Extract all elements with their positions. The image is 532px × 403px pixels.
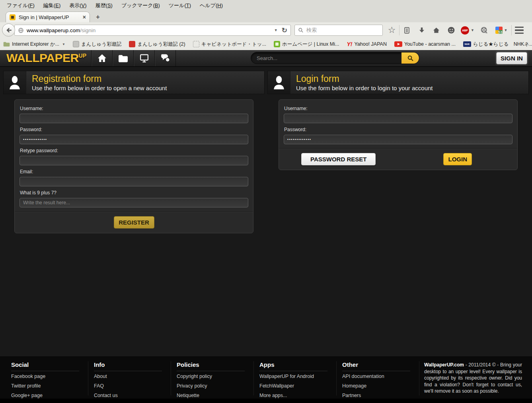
chat-smiley-button[interactable] [444, 22, 458, 38]
tab-title: Sign in | WallpaperUP [19, 14, 80, 20]
abp-dropdown-icon[interactable]: ▼ [471, 28, 474, 32]
bookmarks-menu-button[interactable] [399, 22, 414, 38]
bookmark-youtube[interactable]: YouTube - acarsman ... [394, 41, 456, 47]
s3-dropdown-icon[interactable]: ▼ [504, 28, 508, 32]
tab-signin[interactable]: Sign in | WallpaperUP × [6, 12, 90, 22]
nhk-icon: NHK [463, 41, 471, 47]
hamburger-icon [515, 27, 524, 34]
login-button[interactable]: LOGIN [443, 153, 472, 165]
nav-chat-button[interactable] [155, 50, 176, 66]
search-icon [407, 55, 414, 62]
footer-link[interactable]: FetchWallpaper [259, 382, 336, 390]
site-icon [129, 41, 135, 47]
footer-link[interactable]: WallpaperUP for Android [259, 372, 336, 381]
youtube-icon [394, 41, 402, 47]
clipboard-icon [403, 27, 411, 34]
site-search-bar[interactable]: Search... [251, 52, 419, 64]
menu-tools[interactable]: ツール(T) [164, 0, 195, 11]
reg-captcha-label: What is 9 plus 7? [20, 190, 248, 196]
bookmark-manshuu-2[interactable]: まんしゅう彩遊記 (2) [129, 41, 185, 48]
s3-translator-button[interactable]: S3 ▼ [491, 22, 511, 38]
bottom-band [0, 399, 532, 403]
s3-icon: S3 [495, 27, 503, 34]
login-icon-box [268, 71, 290, 94]
nav-categories-button[interactable] [113, 50, 134, 66]
menu-bookmarks[interactable]: ブックマーク(B) [117, 0, 164, 11]
footer-column-apps: Apps WallpaperUP for Android FetchWallpa… [254, 361, 337, 395]
registration-form: Username: Password: Retype password: Ema… [14, 99, 253, 233]
login-username-input[interactable] [284, 114, 513, 123]
wallpaperup-favicon-icon [10, 14, 16, 20]
downloads-button[interactable] [414, 22, 429, 38]
footer-link[interactable]: API documentation [342, 372, 419, 381]
adblock-plus-button[interactable]: ABP ▼ [458, 22, 477, 38]
site-icon [193, 41, 199, 47]
search-icon [298, 27, 304, 33]
registration-icon-box [4, 71, 26, 94]
login-title: Login form [296, 74, 433, 84]
reload-icon[interactable]: ↻ [282, 27, 287, 34]
site-icon [274, 41, 280, 47]
tab-close-icon[interactable]: × [83, 14, 86, 20]
url-host: www.wallpaperup.com [27, 27, 80, 33]
smiley-icon [447, 26, 455, 34]
login-password-label: Password: [284, 127, 513, 132]
menu-file[interactable]: ファイル(F) [2, 0, 39, 11]
bookmark-homepage-linux-mint[interactable]: ホームページ | Linux Mi... [274, 41, 339, 48]
footer-link[interactable]: About [94, 372, 171, 381]
bookmark-folder-internet-explorer[interactable]: Internet Explorer か... ▼ [3, 41, 65, 48]
reg-retype-password-label: Retype password: [20, 148, 248, 153]
footer-link[interactable]: Facebook page [11, 372, 88, 381]
header-signin-button[interactable]: SIGN IN [496, 52, 527, 64]
bookmark-star-button[interactable]: ☆ [384, 22, 399, 38]
bookmark-nhk-rajiru[interactable]: NHK らじる★らじる NHKネ... [463, 41, 532, 48]
password-reset-button[interactable]: PASSWORD RESET [301, 153, 376, 165]
home-button[interactable] [429, 22, 444, 38]
footer-link[interactable]: Homepage [342, 382, 419, 390]
monitor-icon [139, 53, 149, 63]
bookmark-cabinet-board[interactable]: キャビネットボード・トッ... [193, 41, 266, 48]
tab-bar: Sign in | WallpaperUP × + [0, 11, 532, 22]
footer-link[interactable]: FAQ [94, 382, 171, 390]
login-header: Login form Use the form below in order t… [267, 71, 529, 94]
back-button[interactable] [2, 23, 15, 37]
footer-link[interactable]: Privacy policy [177, 382, 253, 390]
film-reel-icon [480, 26, 488, 34]
menu-view[interactable]: 表示(V) [65, 0, 91, 11]
menu-help[interactable]: ヘルプ(H) [195, 0, 227, 11]
wallpaperup-logo[interactable]: WALLPAPERUP [6, 51, 86, 65]
globe-icon [18, 27, 24, 33]
navigation-toolbar: www.wallpaperup.com /signin ▼ ↻ 検索 ☆ [0, 22, 532, 38]
reg-password-input[interactable] [19, 135, 248, 144]
login-password-input[interactable] [284, 135, 513, 144]
video-downloadhelper-button[interactable] [477, 22, 491, 38]
site-search-button[interactable] [401, 52, 419, 64]
registration-button-row: REGISTER [15, 211, 253, 233]
url-dropdown-icon[interactable]: ▼ [274, 28, 278, 32]
nav-desktop-button[interactable] [134, 50, 155, 66]
footer-link[interactable]: Copyright policy [177, 372, 253, 381]
url-bar[interactable]: www.wallpaperup.com /signin ▼ ↻ [14, 25, 291, 36]
reg-retype-password-input[interactable] [19, 156, 248, 165]
browser-search-placeholder: 検索 [306, 27, 317, 34]
login-username-label: Username: [284, 106, 513, 111]
reg-email-input[interactable] [19, 177, 248, 186]
reg-captcha-input[interactable] [19, 198, 248, 207]
bookmark-yahoo-japan[interactable]: Y! Yahoo! JAPAN [347, 41, 387, 47]
new-tab-button[interactable]: + [93, 13, 103, 21]
menu-hamburger-button[interactable] [512, 22, 526, 38]
home-icon [433, 27, 440, 34]
person-icon [272, 75, 286, 90]
register-button[interactable]: REGISTER [114, 216, 154, 229]
site-search-placeholder: Search... [251, 55, 401, 61]
browser-search-box[interactable]: 検索 [294, 25, 383, 36]
nav-home-button[interactable] [91, 50, 113, 66]
bookmark-manshuu[interactable]: まんしゅう彩遊記 [73, 41, 121, 48]
reg-username-input[interactable] [19, 114, 248, 123]
toolbar-icons: ☆ ABP [384, 22, 526, 38]
registration-title: Registration form [32, 74, 167, 84]
url-path: /signin [80, 27, 95, 33]
menu-edit[interactable]: 編集(E) [39, 0, 65, 11]
footer-link[interactable]: Twitter profile [11, 382, 88, 390]
menu-history[interactable]: 履歴(S) [91, 0, 117, 11]
